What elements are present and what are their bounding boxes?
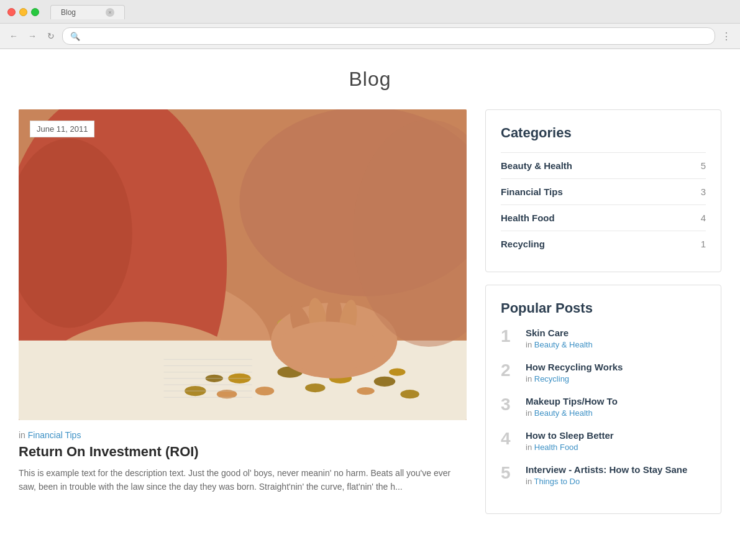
- browser-titlebar: Blog ×: [0, 0, 740, 23]
- category-name: Health Food: [501, 213, 555, 223]
- close-button[interactable]: [7, 8, 16, 16]
- popular-post-cat-link[interactable]: Beauty & Health: [534, 340, 593, 349]
- category-item[interactable]: Health Food 4: [501, 204, 706, 231]
- tab-label: Blog: [61, 8, 76, 17]
- svg-point-15: [389, 369, 405, 376]
- post-in-label: in: [19, 430, 25, 440]
- post-excerpt: This is example text for the description…: [19, 466, 467, 494]
- popular-post-title[interactable]: Interview - Artists: How to Stay Sane: [526, 464, 706, 475]
- popular-post-cat: in Beauty & Health: [526, 408, 706, 418]
- popular-post-item: 1 Skin Care in Beauty & Health: [501, 328, 706, 349]
- popular-post-number: 4: [501, 430, 516, 448]
- browser-chrome: Blog × ← → ↻ 🔍 ⋮: [0, 0, 740, 49]
- popular-post-cat-link[interactable]: Things to Do: [534, 477, 580, 486]
- svg-point-31: [277, 321, 378, 372]
- popular-post-title[interactable]: Makeup Tips/How To: [526, 396, 706, 406]
- popular-post-title[interactable]: Skin Care: [526, 328, 706, 338]
- svg-point-13: [374, 377, 396, 387]
- popular-post-info: Skin Care in Beauty & Health: [526, 328, 706, 349]
- popular-post-cat: in Beauty & Health: [526, 340, 706, 349]
- popular-post-cat: in Health Food: [526, 443, 706, 452]
- category-name: Recycling: [501, 239, 545, 249]
- category-count: 4: [701, 213, 706, 223]
- popular-post-item: 2 How Recycling Works in Recycling: [501, 362, 706, 383]
- address-bar[interactable]: 🔍: [62, 27, 715, 45]
- forward-button[interactable]: →: [25, 29, 40, 44]
- browser-toolbar: ← → ↻ 🔍 ⋮: [0, 23, 740, 48]
- popular-post-info: Makeup Tips/How To in Beauty & Health: [526, 396, 706, 418]
- popular-post-cat-link[interactable]: Beauty & Health: [534, 408, 593, 418]
- main-layout: June 11, 2011: [19, 109, 721, 526]
- popular-post-info: How to Sleep Better in Health Food: [526, 430, 706, 452]
- featured-image: [19, 109, 467, 420]
- date-badge: June 11, 2011: [30, 121, 94, 137]
- popular-posts-list: 1 Skin Care in Beauty & Health 2 How: [501, 328, 706, 486]
- category-item[interactable]: Beauty & Health 5: [501, 152, 706, 178]
- category-count: 5: [701, 160, 706, 171]
- post-meta: in Financial Tips: [19, 430, 467, 440]
- popular-post-item: 4 How to Sleep Better in Health Food: [501, 430, 706, 452]
- categories-widget: Categories Beauty & Health 5 Financial T…: [485, 109, 721, 272]
- maximize-button[interactable]: [31, 8, 39, 16]
- post-title: Return On Investment (ROI): [19, 444, 467, 460]
- address-icon: 🔍: [70, 32, 80, 41]
- popular-posts-widget-title: Popular Posts: [501, 300, 706, 316]
- svg-point-14: [400, 390, 419, 398]
- category-count: 3: [701, 186, 706, 197]
- featured-image-wrap: June 11, 2011: [19, 109, 467, 420]
- main-column: June 11, 2011: [19, 109, 467, 494]
- blog-header: Blog: [19, 49, 721, 109]
- popular-post-title[interactable]: How to Sleep Better: [526, 430, 706, 441]
- popular-post-number: 3: [501, 396, 516, 413]
- category-item[interactable]: Financial Tips 3: [501, 178, 706, 204]
- popular-post-info: How Recycling Works in Recycling: [526, 362, 706, 383]
- popular-post-cat-link[interactable]: Health Food: [534, 443, 578, 452]
- page-title: Blog: [19, 68, 721, 91]
- sidebar: Categories Beauty & Health 5 Financial T…: [485, 109, 721, 526]
- popular-post-number: 2: [501, 362, 516, 379]
- category-list: Beauty & Health 5 Financial Tips 3 Healt…: [501, 152, 706, 257]
- category-name: Beauty & Health: [501, 160, 572, 171]
- minimize-button[interactable]: [19, 8, 27, 16]
- popular-post-title[interactable]: How Recycling Works: [526, 362, 706, 372]
- popular-post-item: 5 Interview - Artists: How to Stay Sane …: [501, 464, 706, 486]
- back-button[interactable]: ←: [6, 29, 21, 44]
- tab-close-icon[interactable]: ×: [106, 8, 114, 17]
- post-category-link[interactable]: Financial Tips: [28, 430, 81, 440]
- categories-widget-title: Categories: [501, 125, 706, 141]
- browser-tab[interactable]: Blog ×: [50, 5, 125, 19]
- svg-point-12: [357, 387, 374, 395]
- page-content: Blog June 11, 2011: [0, 49, 740, 551]
- category-item[interactable]: Recycling 1: [501, 231, 706, 257]
- browser-menu-button[interactable]: ⋮: [719, 29, 734, 44]
- traffic-lights: [7, 8, 39, 16]
- category-name: Financial Tips: [501, 186, 563, 197]
- popular-posts-widget: Popular Posts 1 Skin Care in Beauty & He…: [485, 285, 721, 514]
- category-count: 1: [701, 239, 706, 249]
- refresh-button[interactable]: ↻: [43, 29, 58, 44]
- svg-point-10: [305, 383, 325, 392]
- svg-point-8: [255, 387, 274, 395]
- popular-post-cat: in Things to Do: [526, 477, 706, 486]
- popular-post-number: 1: [501, 328, 516, 345]
- popular-post-cat: in Recycling: [526, 374, 706, 383]
- popular-post-cat-link[interactable]: Recycling: [534, 374, 569, 383]
- popular-post-number: 5: [501, 464, 516, 482]
- popular-post-item: 3 Makeup Tips/How To in Beauty & Health: [501, 396, 706, 418]
- popular-post-info: Interview - Artists: How to Stay Sane in…: [526, 464, 706, 486]
